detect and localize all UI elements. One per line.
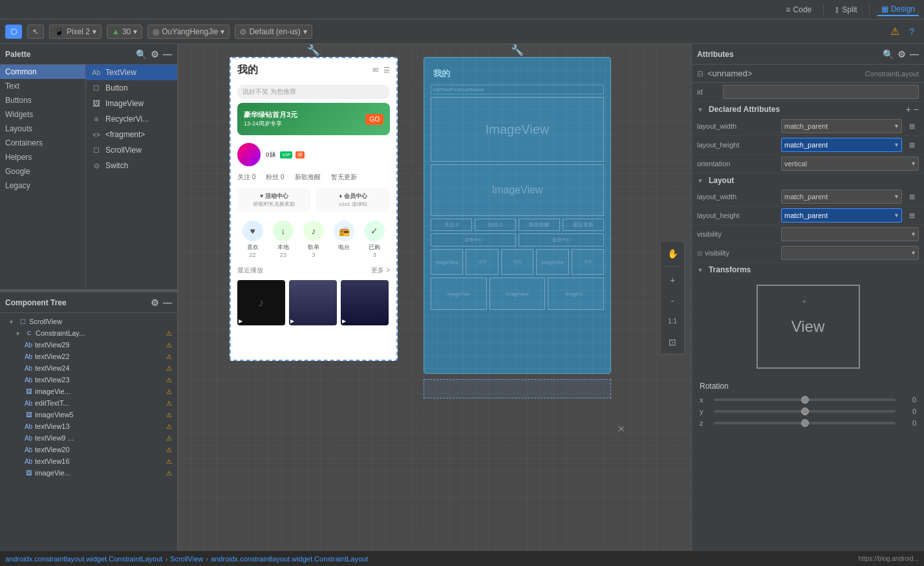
split-mode-btn[interactable]: ⫿ Split xyxy=(832,4,861,16)
breadcrumb-item-3[interactable]: androidx.constraintlayout.widget.Constra… xyxy=(211,555,368,563)
help-btn[interactable]: ? xyxy=(905,25,919,39)
declared-layout-width-select[interactable]: match_parent wrap_content fixed xyxy=(781,119,902,133)
declared-remove-icon[interactable]: − xyxy=(914,104,919,114)
tree-item-textview16[interactable]: Ab textView16 ⚠ xyxy=(0,455,177,467)
layout-width-select-wrapper: match_parent wrap_content xyxy=(781,190,902,204)
palette-item-button[interactable]: ☐ Button xyxy=(86,80,177,96)
declared-layout-height-select[interactable]: match_parent wrap_content fixed xyxy=(781,138,902,152)
tree-item-textview20[interactable]: Ab textView20 ⚠ xyxy=(0,444,177,455)
bp-img-5: 卡片 xyxy=(572,249,604,275)
layout-height-select[interactable]: match_parent wrap_content xyxy=(781,208,902,223)
tree-item-textview9[interactable]: Ab textView9 ... ⚠ xyxy=(0,432,177,444)
palette-category-containers[interactable]: Containers xyxy=(0,136,85,150)
tree-expand-constraint[interactable]: ▾ xyxy=(16,330,23,337)
component-tree-close-icon[interactable]: — xyxy=(163,298,172,308)
tree-item-imageview2[interactable]: 🖼 imageVie... ⚠ xyxy=(0,467,177,479)
rotation-y-slider[interactable] xyxy=(714,410,896,413)
design-icon: ▦ xyxy=(881,5,888,14)
tree-item-edittext[interactable]: Ab editTextT... ⚠ xyxy=(0,397,177,409)
declared-add-icon[interactable]: + xyxy=(906,104,911,114)
select-tool-btn[interactable]: ↖ xyxy=(27,25,44,39)
canvas-area: 🔧 我的 ✉ ☰ 说好不笑 为您推荐 豪华绿钻首月3元 13-24 xyxy=(178,44,691,550)
purchased-label: 已购 xyxy=(364,243,385,252)
tree-item-textview13[interactable]: Ab textView13 ⚠ xyxy=(0,420,177,432)
zoom-in-btn[interactable]: + xyxy=(663,270,682,288)
palette-item-fragment[interactable]: <> <fragment> xyxy=(86,127,177,142)
tree-item-textview23[interactable]: Ab textView23 ⚠ xyxy=(0,374,177,386)
tree-item-imageview5[interactable]: 🖼 imageView5 ⚠ xyxy=(0,409,177,420)
palette-category-legacy[interactable]: Legacy xyxy=(0,179,85,193)
locale-selector-btn[interactable]: ⊙ Default (en-us) ▾ xyxy=(235,25,312,39)
palette-close-icon[interactable]: — xyxy=(163,49,172,60)
layout-visibility2-select[interactable]: visible invisible gone xyxy=(781,246,919,260)
declared-attributes-header[interactable]: ▼ Declared Attributes + − xyxy=(692,102,924,117)
phone-icon-like: ♥ 喜欢 22 xyxy=(242,221,263,258)
layout-height-constraint-icon[interactable]: ⊞ xyxy=(905,208,919,223)
textview16-warn-icon: ⚠ xyxy=(166,458,172,465)
palette-category-google[interactable]: Google xyxy=(0,164,85,179)
tree-item-textview29[interactable]: Ab textView29 ⚠ xyxy=(0,339,177,351)
user-selector-btn[interactable]: ◎ OuYangHengJie ▾ xyxy=(147,25,230,39)
palette-category-buttons[interactable]: Buttons xyxy=(0,93,85,107)
component-tree-settings-icon[interactable]: ⚙ xyxy=(151,298,159,308)
bp-stats-row: 关注 0 粉丝 0 新歌推醒 最近更新 xyxy=(431,219,604,231)
palette-item-imageview[interactable]: 🖼 ImageView xyxy=(86,96,177,111)
attr-id-input[interactable] xyxy=(723,85,919,99)
tree-expand-scrollview[interactable]: ▾ xyxy=(10,318,16,325)
declared-orientation-select[interactable]: vertical horizontal xyxy=(781,157,919,171)
palette-category-widgets[interactable]: Widgets xyxy=(0,107,85,122)
tree-item-textview24[interactable]: Ab textView24 ⚠ xyxy=(0,362,177,374)
zoom-reset-btn[interactable]: 1:1 xyxy=(663,312,682,330)
rotation-x-slider[interactable] xyxy=(714,398,896,401)
breadcrumb-item-2[interactable]: ScrollView xyxy=(170,555,203,563)
palette-settings-icon[interactable]: ⚙ xyxy=(151,49,159,60)
rotation-x-value: 0 xyxy=(901,396,916,404)
transforms-section-header[interactable]: ▼ Transforms xyxy=(692,263,924,277)
hand-tool-btn[interactable]: ✋ xyxy=(663,244,682,262)
attributes-close-icon[interactable]: — xyxy=(910,49,919,60)
palette-item-textview[interactable]: Ab TextView xyxy=(86,65,177,80)
code-mode-btn[interactable]: ≡ Code xyxy=(782,4,816,16)
layout-width-select[interactable]: match_parent wrap_content xyxy=(781,190,902,204)
element-name-row: ⊟ <unnamed> ConstraintLayout xyxy=(692,65,924,83)
palette-category-layouts[interactable]: Layouts xyxy=(0,122,85,136)
tree-item-scrollview[interactable]: ▾ ☐ ScrollView xyxy=(0,316,177,327)
palette-category-common[interactable]: Common xyxy=(0,65,85,79)
palette-item-scrollview[interactable]: ☐ ScrollView xyxy=(86,142,177,158)
declared-layout-width-constraint-icon[interactable]: ⊞ xyxy=(905,119,919,133)
phone-content: 我的 ✉ ☰ 说好不笑 为您推荐 豪华绿钻首月3元 13-24周岁专享 GO xyxy=(231,58,396,360)
layout-width-constraint-icon[interactable]: ⊞ xyxy=(905,190,919,204)
phone-frame[interactable]: 我的 ✉ ☰ 说好不笑 为您推荐 豪华绿钻首月3元 13-24周岁专享 GO xyxy=(230,57,398,361)
layout-section-header[interactable]: ▼ Layout xyxy=(692,173,924,188)
palette-item-recyclerview[interactable]: ≡ RecyclerVi... xyxy=(86,111,177,127)
palette-item-switch[interactable]: ⊙ Switch xyxy=(86,158,177,173)
palette-search-icon[interactable]: 🔍 xyxy=(136,49,147,60)
design-mode-btn[interactable]: ▦ Design xyxy=(877,3,919,16)
rotation-z-slider[interactable] xyxy=(714,422,896,424)
palette-category-text[interactable]: Text xyxy=(0,79,85,93)
textview29-icon: Ab xyxy=(24,340,33,349)
declared-orientation-label: orientation xyxy=(697,160,781,168)
tree-item-constraintlayout[interactable]: ▾ C ConstraintLay... ⚠ xyxy=(0,327,177,339)
attributes-settings-icon[interactable]: ⚙ xyxy=(897,49,906,60)
layout-visibility2-select-wrapper: visible invisible gone xyxy=(781,246,919,260)
tree-item-imageview1[interactable]: 🖼 imageVie... ⚠ xyxy=(0,386,177,397)
palette-toggle-btn[interactable]: ⬡ xyxy=(5,25,22,39)
palette-category-helpers[interactable]: Helpers xyxy=(0,150,85,164)
attributes-header: Attributes 🔍 ⚙ — xyxy=(692,44,924,65)
rotation-x-row: x 0 xyxy=(700,396,916,404)
blueprint-frame[interactable]: 我的 editTextFirstIconName ImageView Image… xyxy=(424,57,611,374)
device-selector-btn[interactable]: 📱 Pixel 2 ▾ xyxy=(49,25,102,39)
layout-visibility-select[interactable]: visible invisible gone xyxy=(781,227,919,241)
declared-layout-height-constraint-icon[interactable]: ⊞ xyxy=(905,138,919,152)
like-count: 22 xyxy=(242,252,263,258)
zoom-out-btn[interactable]: - xyxy=(663,291,682,309)
canvas-resize-handle[interactable]: ✕ xyxy=(618,424,625,434)
constraint-warn-icon: ⚠ xyxy=(166,330,172,337)
edittext-warn-icon: ⚠ xyxy=(166,400,172,407)
attributes-search-icon[interactable]: 🔍 xyxy=(883,49,894,60)
fit-screen-btn[interactable]: ⊡ xyxy=(663,332,682,351)
tree-item-textview22[interactable]: Ab textView22 ⚠ xyxy=(0,351,177,362)
breadcrumb-item-1[interactable]: androidx.constraintlayout.widget.Constra… xyxy=(5,555,162,563)
api-selector-btn[interactable]: ▲ 30 ▾ xyxy=(107,25,142,39)
